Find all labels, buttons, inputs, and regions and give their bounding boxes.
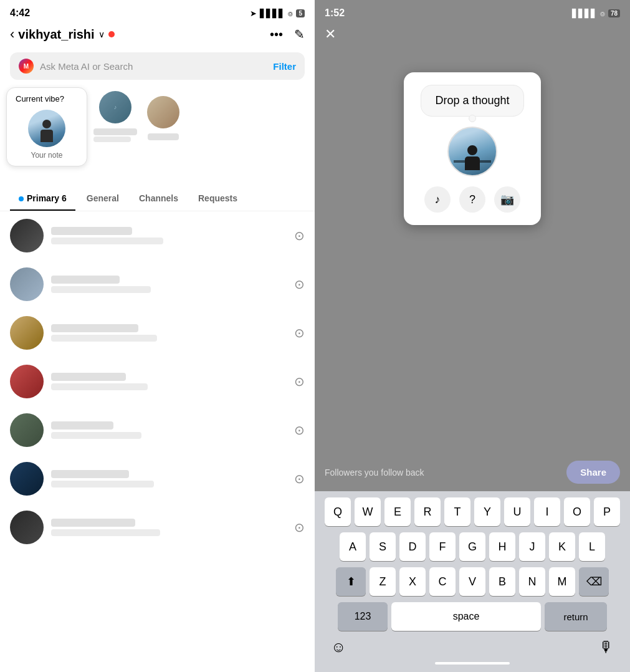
left-panel: 4:42 ➤ ▋▋▋▋ ⌾ 5 ‹ vikhyat_rishi ∨ ••• ✎ … — [0, 0, 315, 672]
battery-left: 5 — [296, 9, 305, 17]
microphone-icon[interactable]: 🎙 — [599, 638, 614, 656]
contact-item-1[interactable]: ♪ — [93, 91, 137, 142]
key-e[interactable]: E — [384, 497, 411, 526]
key-s[interactable]: S — [370, 532, 396, 561]
key-r[interactable]: R — [414, 497, 441, 526]
status-bar-right: 1:52 ▋▋▋▋ ⌾ 78 — [315, 0, 630, 21]
key-u[interactable]: U — [504, 497, 530, 526]
question-icon-button[interactable]: ? — [459, 186, 485, 213]
camera-icon-button[interactable]: 📷 — [494, 186, 520, 213]
meta-ai-icon: M — [19, 59, 34, 74]
tabs-row: Primary 6 General Channels Requests — [0, 187, 315, 211]
return-key[interactable]: return — [545, 602, 607, 631]
key-h[interactable]: H — [489, 532, 515, 561]
person-head — [467, 145, 477, 155]
key-y[interactable]: Y — [474, 497, 500, 526]
thought-avatar — [447, 127, 497, 176]
search-bar[interactable]: M Ask Meta AI or Search Filter — [10, 52, 305, 80]
more-options-icon[interactable]: ••• — [270, 27, 283, 42]
key-d[interactable]: D — [399, 532, 426, 561]
chat-avatar — [10, 316, 44, 350]
camera-icon[interactable]: ⊙ — [294, 325, 305, 340]
chat-item[interactable]: ⊙ — [0, 211, 315, 260]
edit-icon[interactable]: ✎ — [294, 27, 305, 42]
key-x[interactable]: X — [399, 567, 426, 596]
key-k[interactable]: K — [549, 532, 575, 561]
emoji-icon[interactable]: ☺ — [331, 638, 346, 656]
key-b[interactable]: B — [489, 567, 515, 596]
note-prompt: Current vibe? — [16, 94, 78, 103]
audience-row: Followers you follow back Share — [315, 461, 630, 491]
key-l[interactable]: L — [579, 532, 605, 561]
time-left: 4:42 — [10, 7, 30, 19]
wifi-right: ⌾ — [600, 9, 605, 18]
username-text: vikhyat_rishi — [18, 27, 94, 42]
chat-content — [51, 227, 287, 244]
chat-avatar — [10, 462, 44, 496]
chat-avatar — [10, 365, 44, 398]
key-i[interactable]: I — [534, 497, 560, 526]
key-m[interactable]: M — [549, 567, 575, 596]
tab-channels[interactable]: Channels — [130, 187, 187, 211]
chat-item[interactable]: ⊙ — [0, 309, 315, 357]
keyboard-row-bottom: 123 space return — [318, 602, 626, 631]
space-key[interactable]: space — [391, 602, 541, 631]
chat-avatar — [10, 511, 44, 544]
thought-card: Drop a thought ♪ ? 📷 — [404, 72, 541, 225]
camera-icon[interactable]: ⊙ — [294, 471, 305, 486]
avatar-head — [42, 120, 51, 128]
note-card[interactable]: Current vibe? Your note — [6, 87, 87, 166]
key-o[interactable]: O — [564, 497, 590, 526]
chat-item[interactable]: ⊙ — [0, 357, 315, 406]
back-button[interactable]: ‹ — [10, 26, 14, 42]
key-w[interactable]: W — [355, 497, 381, 526]
camera-icon[interactable]: ⊙ — [294, 423, 305, 438]
chat-avatar — [10, 413, 44, 447]
key-g[interactable]: G — [459, 532, 485, 561]
camera-icon[interactable]: ⊙ — [294, 374, 305, 389]
key-t[interactable]: T — [444, 497, 470, 526]
chat-content — [51, 519, 287, 536]
camera-icon[interactable]: ⊙ — [294, 228, 305, 243]
tab-primary[interactable]: Primary 6 — [10, 187, 75, 211]
contact-item-2[interactable] — [147, 91, 179, 140]
key-f[interactable]: F — [429, 532, 456, 561]
shift-key[interactable]: ⬆ — [336, 567, 366, 596]
keyboard-row-3: ⬆ Z X C V B N M ⌫ — [318, 567, 626, 596]
chat-message — [51, 286, 151, 293]
key-a[interactable]: A — [340, 532, 366, 561]
status-icons-left: ➤ ▋▋▋▋ ⌾ 5 — [250, 9, 305, 18]
key-n[interactable]: N — [519, 567, 545, 596]
key-p[interactable]: P — [594, 497, 620, 526]
nav-bar-left: ‹ vikhyat_rishi ∨ ••• ✎ — [0, 21, 315, 47]
key-q[interactable]: Q — [325, 497, 351, 526]
chevron-down-icon[interactable]: ∨ — [98, 29, 105, 39]
filter-button[interactable]: Filter — [273, 61, 296, 72]
music-icon-button[interactable]: ♪ — [424, 186, 451, 213]
key-c[interactable]: C — [429, 567, 456, 596]
camera-icon[interactable]: ⊙ — [294, 520, 305, 535]
camera-icon[interactable]: ⊙ — [294, 277, 305, 292]
thought-bubble[interactable]: Drop a thought — [421, 85, 523, 117]
chat-content — [51, 276, 287, 293]
key-z[interactable]: Z — [370, 567, 396, 596]
close-button[interactable]: ✕ — [325, 26, 336, 42]
avatar-inner — [28, 110, 65, 147]
tab-general[interactable]: General — [78, 187, 128, 211]
number-key[interactable]: 123 — [338, 602, 388, 631]
chat-item[interactable]: ⊙ — [0, 260, 315, 309]
status-bar-left: 4:42 ➤ ▋▋▋▋ ⌾ 5 — [0, 0, 315, 21]
avatar-body — [41, 130, 53, 142]
chat-item[interactable]: ⊙ — [0, 454, 315, 503]
chat-name — [51, 470, 129, 478]
signal-left: ▋▋▋▋ — [260, 9, 285, 18]
key-v[interactable]: V — [459, 567, 485, 596]
key-j[interactable]: J — [519, 532, 545, 561]
backspace-key[interactable]: ⌫ — [579, 567, 609, 596]
tab-requests[interactable]: Requests — [189, 187, 246, 211]
chat-item[interactable]: ⊙ — [0, 406, 315, 454]
share-button[interactable]: Share — [566, 461, 620, 484]
chat-message — [51, 383, 148, 390]
thought-text: Drop a thought — [435, 94, 509, 107]
chat-item[interactable]: ⊙ — [0, 503, 315, 552]
